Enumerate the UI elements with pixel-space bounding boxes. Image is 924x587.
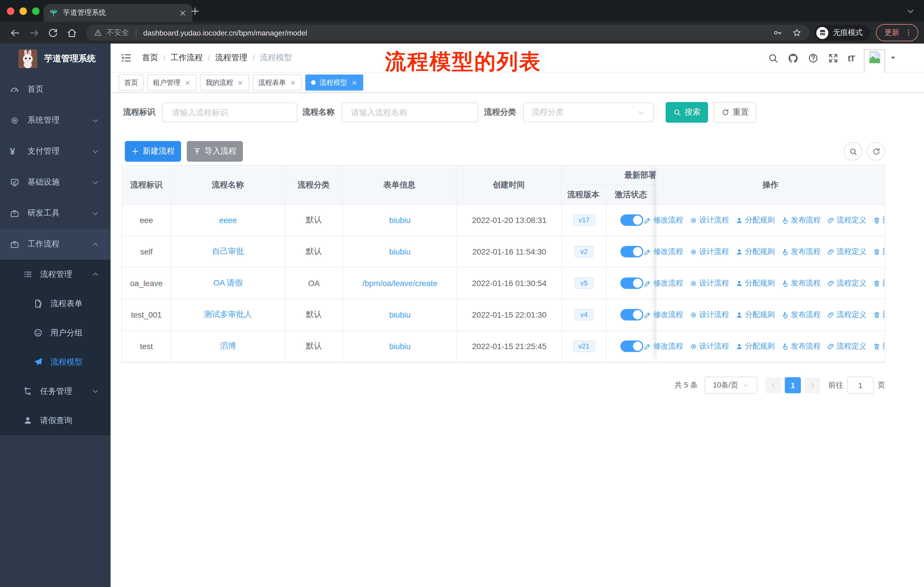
password-key-icon[interactable] bbox=[773, 28, 782, 37]
sidebar-item-workflow[interactable]: 工作流程 bbox=[0, 229, 111, 260]
create-process-button[interactable]: 新建流程 bbox=[125, 141, 181, 162]
sidebar-collapse-icon[interactable] bbox=[120, 52, 132, 64]
process-category-select[interactable]: 流程分类 bbox=[523, 103, 653, 122]
sidebar-item-infra[interactable]: 基础设施 bbox=[0, 167, 111, 198]
publish-process-link[interactable]: 发布流程 bbox=[781, 309, 821, 320]
tab-overflow-icon[interactable] bbox=[906, 7, 915, 15]
publish-process-link[interactable]: 发布流程 bbox=[781, 215, 821, 225]
search-icon[interactable] bbox=[767, 53, 779, 63]
cell-name-link[interactable]: eeee bbox=[219, 215, 237, 225]
window-zoom-button[interactable] bbox=[32, 7, 40, 15]
delete-link[interactable]: 删除 bbox=[873, 309, 885, 320]
github-icon[interactable] bbox=[788, 53, 799, 63]
sidebar-logo[interactable]: 芋道管理系统 bbox=[0, 43, 111, 74]
modify-process-link[interactable]: 修改流程 bbox=[644, 341, 683, 351]
publish-process-link[interactable]: 发布流程 bbox=[781, 341, 821, 351]
process-definition-link[interactable]: 流程定义 bbox=[827, 215, 866, 225]
breadcrumb-item[interactable]: 工作流程 bbox=[171, 53, 203, 63]
cell-form-link[interactable]: biubiu bbox=[389, 215, 411, 225]
tag-tenant[interactable]: 租户管理 bbox=[147, 74, 196, 91]
goto-page-input[interactable] bbox=[847, 377, 874, 394]
process-definition-link[interactable]: 流程定义 bbox=[827, 278, 866, 288]
active-toggle[interactable] bbox=[620, 214, 643, 226]
help-icon[interactable] bbox=[808, 53, 818, 63]
process-definition-link[interactable]: 流程定义 bbox=[827, 246, 866, 257]
tag-process-form[interactable]: 流程表单 bbox=[252, 74, 302, 91]
tab-close-icon[interactable] bbox=[179, 9, 187, 17]
tag-close-icon[interactable] bbox=[185, 79, 191, 86]
active-toggle[interactable] bbox=[620, 278, 643, 289]
active-toggle[interactable] bbox=[620, 341, 643, 352]
design-process-link[interactable]: 设计流程 bbox=[690, 278, 729, 288]
import-process-button[interactable]: 导入流程 bbox=[187, 141, 243, 162]
tag-close-icon[interactable] bbox=[351, 79, 358, 86]
current-page-button[interactable]: 1 bbox=[785, 377, 801, 393]
design-process-link[interactable]: 设计流程 bbox=[690, 215, 729, 225]
active-toggle[interactable] bbox=[620, 309, 643, 321]
home-button[interactable] bbox=[66, 27, 78, 38]
tag-home[interactable]: 首页 bbox=[119, 74, 144, 91]
new-tab-button[interactable] bbox=[190, 6, 200, 16]
browser-update-button[interactable]: 更新 bbox=[876, 24, 918, 41]
assign-rule-link[interactable]: 分配规则 bbox=[735, 215, 775, 225]
process-definition-link[interactable]: 流程定义 bbox=[827, 341, 866, 351]
process-name-input[interactable] bbox=[350, 107, 470, 117]
sidebar-item-system[interactable]: 系统管理 bbox=[0, 105, 111, 136]
reload-button[interactable] bbox=[48, 27, 58, 38]
breadcrumb-item[interactable]: 首页 bbox=[142, 53, 158, 63]
assign-rule-link[interactable]: 分配规则 bbox=[735, 309, 775, 320]
delete-link[interactable]: 删除 bbox=[873, 246, 885, 257]
reset-button[interactable]: 重置 bbox=[714, 102, 756, 123]
sidebar-item-process-form[interactable]: 流程表单 bbox=[0, 289, 111, 318]
bookmark-star-icon[interactable] bbox=[792, 28, 802, 37]
process-definition-link[interactable]: 流程定义 bbox=[827, 309, 866, 320]
modify-process-link[interactable]: 修改流程 bbox=[644, 278, 683, 288]
assign-rule-link[interactable]: 分配规则 bbox=[735, 278, 775, 288]
cell-form-link[interactable]: biubiu bbox=[389, 247, 411, 256]
font-size-icon[interactable]: tT bbox=[848, 53, 855, 63]
sidebar-item-payment[interactable]: ¥ 支付管理 bbox=[0, 136, 111, 167]
security-warning-icon[interactable] bbox=[94, 29, 102, 37]
assign-rule-link[interactable]: 分配规则 bbox=[735, 341, 775, 351]
window-close-button[interactable] bbox=[7, 7, 14, 15]
cell-form-link[interactable]: /bpm/oa/leave/create bbox=[362, 279, 437, 288]
search-button[interactable]: 搜索 bbox=[666, 102, 708, 123]
sidebar-item-leave-query[interactable]: 请假查询 bbox=[0, 406, 111, 435]
back-button[interactable] bbox=[10, 27, 21, 38]
delete-link[interactable]: 删除 bbox=[873, 278, 885, 288]
show-search-button[interactable] bbox=[844, 142, 862, 160]
publish-process-link[interactable]: 发布流程 bbox=[781, 246, 821, 257]
window-minimize-button[interactable] bbox=[20, 7, 27, 15]
address-bar[interactable]: 不安全 dashboard.yudao.iocoder.cn/bpm/manag… bbox=[86, 25, 809, 41]
tag-close-icon[interactable] bbox=[290, 79, 296, 86]
sidebar-item-process-model[interactable]: 流程模型 bbox=[0, 347, 111, 377]
forward-button[interactable] bbox=[29, 27, 40, 38]
fullscreen-icon[interactable] bbox=[828, 53, 839, 63]
next-page-button[interactable] bbox=[804, 377, 820, 393]
sidebar-item-user-group[interactable]: 用户分组 bbox=[0, 318, 111, 347]
publish-process-link[interactable]: 发布流程 bbox=[781, 278, 821, 288]
design-process-link[interactable]: 设计流程 bbox=[690, 341, 729, 351]
cell-name-link[interactable]: 自己审批 bbox=[212, 246, 244, 257]
modify-process-link[interactable]: 修改流程 bbox=[644, 309, 683, 320]
browser-tab[interactable]: 芋道管理系统 bbox=[43, 4, 193, 22]
sidebar-item-task-mgmt[interactable]: 任务管理 bbox=[0, 377, 111, 406]
cell-name-link[interactable]: OA 请假 bbox=[213, 278, 243, 288]
delete-link[interactable]: 删除 bbox=[873, 215, 885, 225]
sidebar-item-home[interactable]: 首页 bbox=[0, 74, 111, 105]
cell-name-link[interactable]: 滔博 bbox=[220, 341, 236, 351]
avatar-caret-icon[interactable] bbox=[889, 55, 896, 61]
design-process-link[interactable]: 设计流程 bbox=[690, 309, 729, 320]
design-process-link[interactable]: 设计流程 bbox=[690, 246, 729, 257]
breadcrumb-item[interactable]: 流程管理 bbox=[215, 53, 248, 63]
cell-form-link[interactable]: biubiu bbox=[389, 342, 411, 351]
process-key-input[interactable] bbox=[171, 107, 289, 117]
modify-process-link[interactable]: 修改流程 bbox=[644, 215, 683, 225]
tag-close-icon[interactable] bbox=[237, 79, 243, 86]
sidebar-item-devtools[interactable]: 研发工具 bbox=[0, 198, 111, 229]
sidebar-item-process-mgmt[interactable]: 流程管理 bbox=[0, 260, 111, 289]
prev-page-button[interactable] bbox=[765, 377, 781, 393]
page-size-select[interactable]: 10条/页 bbox=[705, 377, 757, 394]
delete-link[interactable]: 删除 bbox=[873, 341, 885, 351]
tag-my-process[interactable]: 我的流程 bbox=[200, 74, 249, 91]
